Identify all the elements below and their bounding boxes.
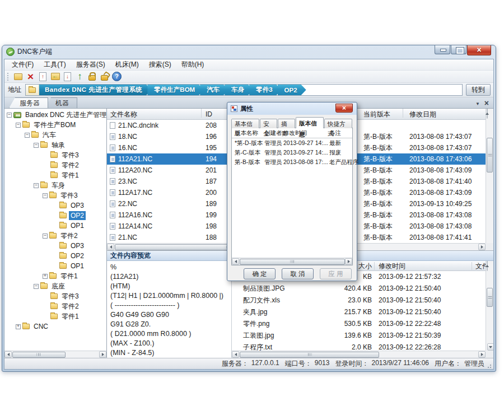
menu-item[interactable]: 机床(M) xyxy=(110,59,144,71)
tree-item[interactable]: 零件生产BOM xyxy=(4,120,106,130)
scroll-thumb[interactable] xyxy=(240,352,379,358)
tree-item[interactable]: Bandex DNC 先进生产管理系统 xyxy=(4,110,106,120)
tree-item[interactable]: 汽车 xyxy=(4,130,106,140)
minus-expander[interactable] xyxy=(34,183,39,188)
lock-icon[interactable] xyxy=(86,71,98,82)
scroll-left-icon[interactable] xyxy=(107,244,114,250)
minus-expander[interactable] xyxy=(25,133,30,138)
scroll-right-icon[interactable] xyxy=(99,351,106,358)
menu-item[interactable]: 帮助(H) xyxy=(176,59,209,71)
tree-item[interactable]: 轴承 xyxy=(4,140,106,150)
scroll-thumb[interactable] xyxy=(12,352,66,358)
tree-item[interactable]: OP1 xyxy=(4,221,106,231)
menu-item[interactable]: 工具(T) xyxy=(39,59,71,71)
attachment-row[interactable]: 工装图.jpg 139.6 KB 2013-09-12 21:50:39 xyxy=(232,330,486,342)
tree-item[interactable]: CNC xyxy=(4,321,106,332)
minus-expander[interactable] xyxy=(43,193,48,198)
tree-item[interactable]: OP2 xyxy=(4,211,106,221)
breadcrumb-segment[interactable]: 车身 xyxy=(225,85,253,95)
version-row[interactable]: 第-C-版本 管理员 2013-09-27 14:... 报废 xyxy=(232,148,352,157)
attachment-row[interactable]: 制品顶图.JPG 420.4 KB 2013-09-12 21:50:40 xyxy=(232,283,486,295)
dialog-hscrollbar[interactable] xyxy=(232,258,352,265)
scroll-down-icon[interactable] xyxy=(487,343,493,351)
column-header-name[interactable]: 文件名称 xyxy=(110,109,137,120)
dialog-tab[interactable]: 摘要 xyxy=(278,119,295,128)
minus-expander[interactable] xyxy=(7,113,12,118)
breadcrumb-segment[interactable]: OP2 xyxy=(278,85,306,95)
scroll-right-icon[interactable] xyxy=(478,244,486,250)
minimize-icon[interactable] xyxy=(435,45,450,54)
tree-item[interactable]: 零件1 xyxy=(4,170,106,180)
dialog-tab[interactable]: 安全 xyxy=(260,119,277,128)
attachments-vscrollbar[interactable] xyxy=(486,261,493,351)
plus-expander[interactable] xyxy=(43,274,48,279)
title-bar[interactable]: DNC客户端 xyxy=(2,45,496,58)
plus-expander[interactable] xyxy=(16,324,21,329)
panel-close-icon[interactable] xyxy=(484,99,489,109)
tree-item[interactable]: OP3 xyxy=(4,200,106,211)
minus-expander[interactable] xyxy=(34,284,39,289)
breadcrumb-segment[interactable]: 汽车 xyxy=(200,85,228,95)
dialog-button[interactable]: 取 消 xyxy=(282,268,314,279)
help-icon[interactable] xyxy=(111,71,123,82)
scroll-left-icon[interactable] xyxy=(4,351,12,358)
tree-item[interactable]: OP1 xyxy=(4,261,106,271)
tree-item[interactable]: 零件3 xyxy=(4,190,106,200)
upload-file-icon[interactable] xyxy=(37,71,49,82)
close-icon[interactable] xyxy=(467,45,491,55)
menu-item[interactable]: 服务器(S) xyxy=(71,59,110,71)
go-button[interactable]: 转到 xyxy=(466,84,491,96)
import-folder-icon[interactable] xyxy=(49,71,61,82)
breadcrumb-segment[interactable]: 零件3 xyxy=(249,85,281,95)
tree-item[interactable]: 零件3 xyxy=(4,150,106,160)
view-tab[interactable]: 服务器 xyxy=(9,97,48,108)
dialog-tab[interactable]: 快捷方式 xyxy=(324,119,352,128)
scroll-right-icon[interactable] xyxy=(345,258,352,265)
scroll-left-icon[interactable] xyxy=(232,351,239,358)
tree-item[interactable]: 底座 xyxy=(4,281,106,291)
tree-item[interactable]: 零件2 xyxy=(4,160,106,170)
send-icon[interactable] xyxy=(74,71,86,82)
dialog-button[interactable]: 确 定 xyxy=(244,268,276,279)
list-vscrollbar[interactable] xyxy=(486,109,493,243)
breadcrumb-segment[interactable]: 零件生产BOM xyxy=(147,85,204,95)
tree-item[interactable]: OP2 xyxy=(4,251,106,261)
attachments-hscrollbar[interactable] xyxy=(232,351,486,358)
scroll-up-icon[interactable] xyxy=(487,109,488,119)
tree-item[interactable]: 车身 xyxy=(4,180,106,190)
maximize-icon[interactable] xyxy=(451,45,466,54)
menu-item[interactable]: 文件(F) xyxy=(7,59,39,71)
dialog-close-icon[interactable] xyxy=(335,104,353,113)
attachment-row[interactable]: 配刀文件.xls 23.0 KB 2013-09-12 21:50:40 xyxy=(232,295,486,306)
new-folder-icon[interactable] xyxy=(12,71,24,82)
column-header-version[interactable]: 当前版本 xyxy=(363,109,390,120)
minus-expander[interactable] xyxy=(34,143,39,148)
version-row[interactable]: 第-B-版本 管理员 2013-08-08 17:... 老产品程序 xyxy=(232,157,352,167)
column-header-date[interactable]: 修改日期 xyxy=(409,109,436,120)
delete-icon[interactable] xyxy=(25,71,36,82)
minus-expander[interactable] xyxy=(43,234,48,239)
tree-item[interactable]: 零件1 xyxy=(4,271,106,281)
attachment-row[interactable]: 子程序.txt 2.0 KB 2013-09-12 22:26:28 xyxy=(232,342,486,351)
chevron-down-icon[interactable] xyxy=(475,99,480,109)
download-file-icon[interactable] xyxy=(62,71,73,82)
scroll-thumb[interactable] xyxy=(487,138,493,172)
version-row[interactable]: *第-D-版本 管理员 2013-09-27 14:... 最新 xyxy=(232,138,352,148)
scroll-up-icon[interactable] xyxy=(487,261,488,271)
scroll-thumb[interactable] xyxy=(240,259,345,265)
breadcrumb-folder-chip[interactable] xyxy=(26,85,39,95)
tree-item[interactable]: 零件1 xyxy=(4,311,106,321)
tree-item[interactable]: 零件2 xyxy=(4,231,106,241)
tree-hscrollbar[interactable] xyxy=(4,351,106,358)
breadcrumb-segment[interactable]: Bandex DNC 先进生产管理系统 xyxy=(39,85,151,95)
column-header-id[interactable]: ID xyxy=(206,109,212,120)
dialog-tab[interactable]: 基本信息 xyxy=(231,119,259,128)
dialog-tab[interactable]: 版本信息 xyxy=(296,117,324,128)
scroll-thumb[interactable] xyxy=(487,288,493,307)
dialog-title-bar[interactable]: 属性 xyxy=(227,102,357,115)
attachment-row[interactable]: 零件.png 530.5 KB 2013-09-12 22:22:48 xyxy=(232,318,486,330)
dialog-button[interactable]: 应 用 xyxy=(320,268,352,279)
scroll-right-icon[interactable] xyxy=(478,351,486,358)
menu-item[interactable]: 搜索(S) xyxy=(144,59,176,71)
toolbar-grip[interactable] xyxy=(7,73,10,81)
